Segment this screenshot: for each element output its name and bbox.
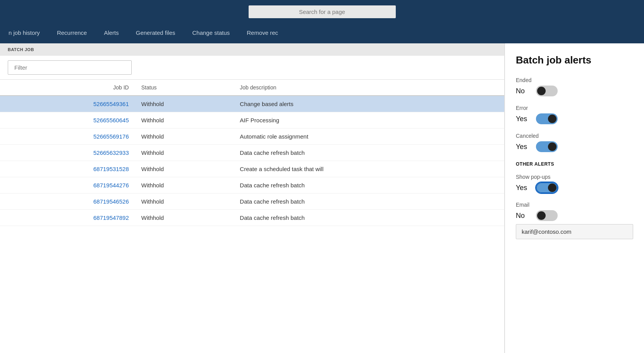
- search-input[interactable]: [249, 5, 396, 18]
- ended-toggle[interactable]: [536, 86, 558, 96]
- email-section: Email No: [516, 202, 633, 239]
- error-toggle-wrapper: [536, 113, 558, 124]
- table-row[interactable]: 52665632933 Withhold Data cache refresh …: [0, 145, 504, 161]
- ended-toggle-wrapper: [536, 86, 558, 96]
- col-description: Job description: [234, 80, 504, 96]
- cell-description: Data cache refresh batch: [234, 177, 504, 194]
- col-status: Status: [135, 80, 234, 96]
- cell-job-id[interactable]: 52665569176: [0, 129, 135, 145]
- cell-job-id[interactable]: 52665549361: [0, 96, 135, 112]
- nav-tabs: n job history Recurrence Alerts Generate…: [0, 23, 644, 43]
- cell-status: Withhold: [135, 96, 234, 112]
- data-table: Job ID Status Job description 5266554936…: [0, 80, 504, 226]
- cell-job-id[interactable]: 68719547892: [0, 210, 135, 226]
- canceled-toggle-wrapper: [536, 141, 558, 152]
- email-value: No: [516, 212, 530, 220]
- ended-section: Ended No: [516, 77, 633, 96]
- cell-status: Withhold: [135, 161, 234, 177]
- tab-generated-files[interactable]: Generated files: [127, 24, 184, 43]
- ended-value: No: [516, 87, 530, 95]
- show-popups-label: Show pop-ups: [516, 174, 633, 180]
- email-toggle[interactable]: [536, 210, 558, 221]
- col-job-id: Job ID: [0, 80, 135, 96]
- email-label: Email: [516, 202, 633, 208]
- error-label: Error: [516, 105, 633, 111]
- cell-status: Withhold: [135, 145, 234, 161]
- table-row[interactable]: 68719546526 Withhold Data cache refresh …: [0, 194, 504, 210]
- cell-status: Withhold: [135, 112, 234, 129]
- main-content: BATCH JOB Job ID Status Job description …: [0, 43, 644, 353]
- error-row: Yes: [516, 113, 633, 124]
- cell-job-id[interactable]: 68719544276: [0, 177, 135, 194]
- table-row[interactable]: 68719547892 Withhold Data cache refresh …: [0, 210, 504, 226]
- tab-recurrence[interactable]: Recurrence: [48, 24, 96, 43]
- email-row: No: [516, 210, 633, 221]
- table-row[interactable]: 68719544276 Withhold Data cache refresh …: [0, 177, 504, 194]
- panel-title: Batch job alerts: [516, 54, 633, 66]
- tab-job-history[interactable]: n job history: [0, 24, 48, 43]
- show-popups-toggle-wrapper: [536, 182, 558, 193]
- cell-status: Withhold: [135, 210, 234, 226]
- email-toggle-wrapper: [536, 210, 558, 221]
- batch-job-header: BATCH JOB: [0, 43, 504, 56]
- cell-status: Withhold: [135, 177, 234, 194]
- filter-bar: [0, 56, 504, 80]
- show-popups-value: Yes: [516, 184, 530, 192]
- canceled-row: Yes: [516, 141, 633, 152]
- cell-job-id[interactable]: 52665632933: [0, 145, 135, 161]
- cell-description: Change based alerts: [234, 96, 504, 112]
- filter-input[interactable]: [8, 60, 132, 75]
- cell-description: Automatic role assignment: [234, 129, 504, 145]
- show-popups-row: Yes: [516, 182, 633, 193]
- show-popups-toggle[interactable]: [536, 182, 558, 193]
- ended-row: No: [516, 86, 633, 96]
- canceled-value: Yes: [516, 143, 530, 151]
- error-value: Yes: [516, 115, 530, 123]
- tab-alerts[interactable]: Alerts: [95, 24, 127, 43]
- cell-job-id[interactable]: 52665560645: [0, 112, 135, 129]
- table-row[interactable]: 68719531528 Withhold Create a scheduled …: [0, 161, 504, 177]
- cell-job-id[interactable]: 68719531528: [0, 161, 135, 177]
- cell-status: Withhold: [135, 194, 234, 210]
- cell-job-id[interactable]: 68719546526: [0, 194, 135, 210]
- cell-description: Data cache refresh batch: [234, 210, 504, 226]
- ended-label: Ended: [516, 77, 633, 83]
- email-input[interactable]: [516, 224, 633, 239]
- table-row[interactable]: 52665560645 Withhold AIF Processing: [0, 112, 504, 129]
- cell-description: Data cache refresh batch: [234, 194, 504, 210]
- right-panel: Batch job alerts Ended No Error Yes C: [505, 43, 644, 353]
- tab-change-status[interactable]: Change status: [184, 24, 239, 43]
- table-row[interactable]: 52665549361 Withhold Change based alerts: [0, 96, 504, 112]
- left-panel: BATCH JOB Job ID Status Job description …: [0, 43, 505, 353]
- error-section: Error Yes: [516, 105, 633, 124]
- table-row[interactable]: 52665569176 Withhold Automatic role assi…: [0, 129, 504, 145]
- tab-remove-rec[interactable]: Remove rec: [238, 24, 287, 43]
- cell-description: AIF Processing: [234, 112, 504, 129]
- error-toggle[interactable]: [536, 113, 558, 124]
- other-alerts-divider: OTHER ALERTS: [516, 161, 633, 167]
- top-bar: [0, 0, 644, 23]
- canceled-toggle[interactable]: [536, 141, 558, 152]
- cell-description: Create a scheduled task that will: [234, 161, 504, 177]
- canceled-label: Canceled: [516, 133, 633, 139]
- show-popups-section: Show pop-ups Yes: [516, 174, 633, 193]
- other-alerts-header: OTHER ALERTS: [516, 161, 633, 167]
- table-header-row: Job ID Status Job description: [0, 80, 504, 96]
- canceled-section: Canceled Yes: [516, 133, 633, 152]
- cell-description: Data cache refresh batch: [234, 145, 504, 161]
- cell-status: Withhold: [135, 129, 234, 145]
